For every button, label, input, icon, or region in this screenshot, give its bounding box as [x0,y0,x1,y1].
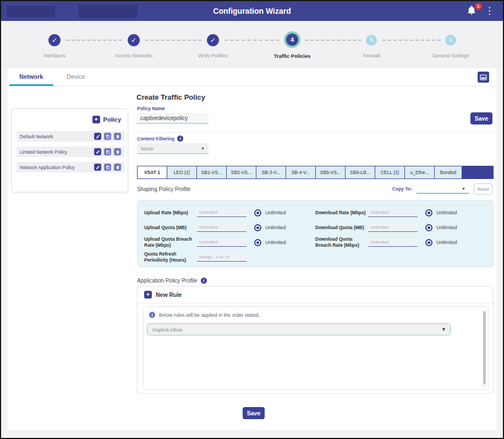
upload-rate-unlimited-radio[interactable] [254,209,261,216]
wan-tab-ethernet[interactable]: u_Ethe... [404,166,434,179]
application-rules-card: + New Rule i Below rules will be applied… [137,286,494,394]
content-filtering-label: Content Filtering [137,136,174,142]
step-wan-profiles[interactable]: ✓ [207,34,219,46]
wan-tab-sb5[interactable]: SB5-VS... [315,166,345,179]
download-breach-rate-input[interactable] [368,239,418,247]
shaping-profile-title: Shaping Policy Profile [137,186,190,192]
rule-divider [138,303,493,303]
wan-tab-sb2[interactable]: SB2-VS... [226,166,256,179]
policy-name: Limited Network Policy [20,149,91,155]
copy-to-select[interactable]: ▼ [417,184,469,194]
download-rate-row: Download Rate (Mbps) Unlimited [315,205,486,220]
info-icon[interactable]: i [201,278,207,284]
unlimited-label: Unlimited [436,210,457,215]
download-quota-unlimited-radio[interactable] [425,224,432,231]
app-header: Configuration Wizard 1 ⋮ [1,1,503,21]
upload-rate-row: Upload Rate (Mbps) Unlimited [144,205,315,220]
policy-name-input[interactable] [137,113,209,124]
step-connector [305,40,361,41]
upload-quota-input[interactable] [197,224,246,232]
edit-policy-icon[interactable] [94,133,101,140]
content-filtering-select[interactable]: None ▼ [137,143,209,154]
delete-policy-icon[interactable] [114,133,121,140]
scrollbar-thumb[interactable] [483,311,486,384]
download-breach-rate-label: Download Quota Breach Rate (Mbps) [315,236,368,248]
policy-row-default-network[interactable]: Default Network [17,131,124,142]
main-content-card: Network Device + Policy Default Network [7,67,497,431]
configuration-wizard-screen: Configuration Wizard 1 ⋮ ✓ ✓ ✓ 4 5 6 Int… [0,0,504,439]
step-traffic-policies[interactable]: 4 [284,31,300,48]
wan-tab-bonded[interactable]: Bonded [434,166,462,179]
step-label-wan-profiles: WAN Profiles [177,53,249,58]
reset-button[interactable]: Reset [474,183,492,194]
wan-tab-strip: VSAT 1 LEO (2) SB1-VS... SB2-VS... SB-3-… [137,166,494,179]
chevron-down-icon: ▼ [201,147,205,150]
tab-device[interactable]: Device [67,73,85,80]
delete-policy-icon[interactable] [114,148,121,155]
rules-info-text: Below rules will be applied in the order… [159,312,260,318]
step-connector [145,40,201,41]
quota-refresh-label: Quota Refresh Periodicity (Hours) [144,251,197,263]
wan-tab-vsat1[interactable]: VSAT 1 [137,166,167,179]
save-policy-button[interactable]: Save [470,112,492,124]
kebab-menu-icon[interactable]: ⋮ [485,6,494,17]
policy-name: Default Network [20,134,91,139]
policy-row-limited-network[interactable]: Limited Network Policy [17,147,124,157]
shaping-upload-column: Upload Rate (Mbps) Unlimited Upload Quot… [144,205,315,262]
download-rate-unlimited-radio[interactable] [425,209,432,216]
step-access-networks[interactable]: ✓ [128,34,140,46]
copy-policy-icon[interactable] [104,133,111,140]
step-interfaces[interactable]: ✓ [48,34,61,46]
application-profile-title: Application Policy Profile [137,278,198,284]
add-policy-button[interactable]: + Policy [92,116,121,123]
shaping-download-column: Download Rate (Mbps) Unlimited Download … [315,205,486,262]
shaping-panel: Upload Rate (Mbps) Unlimited Upload Quot… [137,200,494,267]
rule-select[interactable]: Implicit Allow ▼ [147,323,451,335]
form-title: Create Traffic Policy [136,93,205,101]
wan-tab-overflow[interactable] [462,166,494,179]
upload-rate-input[interactable] [197,209,246,217]
step-connector [382,40,441,41]
step-firewall[interactable]: 5 [366,35,377,46]
upload-breach-unlimited-radio[interactable] [254,239,261,246]
download-breach-rate-row: Download Quota Breach Rate (Mbps) Unlimi… [315,235,486,250]
quota-refresh-row: Quota Refresh Periodicity (Hours) [144,250,315,264]
content-filtering-value: None [141,145,154,151]
upload-quota-unlimited-radio[interactable] [254,224,261,231]
unlimited-label: Unlimited [436,240,457,245]
add-policy-label: Policy [103,116,121,123]
quota-refresh-input[interactable] [197,253,246,262]
rules-scrollbar[interactable] [483,310,486,387]
download-quota-input[interactable] [368,224,418,232]
upload-breach-rate-input[interactable] [197,239,246,247]
wan-tab-leo[interactable]: LEO (2) [167,166,196,179]
download-quota-row: Download Quota (MB) Unlimited [315,220,486,235]
download-breach-unlimited-radio[interactable] [425,239,432,246]
step-label-interfaces: Interfaces [19,53,90,58]
unlimited-label: Unlimited [265,210,286,215]
policy-name: Network Application Policy [20,165,91,170]
open-window-button[interactable] [478,72,489,83]
info-icon[interactable]: i [177,136,183,142]
unlimited-label: Unlimited [265,240,286,245]
notification-bell-button[interactable]: 1 [467,5,479,17]
save-all-button[interactable]: Save [243,407,265,419]
download-rate-input[interactable] [368,209,418,217]
edit-policy-icon[interactable] [94,148,101,155]
copy-policy-icon[interactable] [104,164,111,171]
tab-network[interactable]: Network [19,73,43,80]
step-general-settings[interactable]: 6 [445,35,456,46]
wan-tab-sb6[interactable]: SB6-LB... [345,166,375,179]
edit-policy-icon[interactable] [94,164,101,171]
chevron-down-icon: ▼ [462,187,465,191]
notification-badge: 1 [475,3,482,10]
wan-tab-sb3[interactable]: SB-3-V... [256,166,286,179]
wan-tab-sb4[interactable]: SB-4-V... [286,166,315,179]
wan-tab-sb1[interactable]: SB1-VS... [196,166,226,179]
copy-policy-icon[interactable] [104,148,111,155]
wan-tab-cell[interactable]: CELL (2) [375,166,404,179]
new-rule-button[interactable]: + New Rule [144,291,182,299]
policy-row-network-application[interactable]: Network Application Policy [17,162,124,172]
step-label-firewall: Firewall [336,53,407,58]
delete-policy-icon[interactable] [114,164,121,171]
